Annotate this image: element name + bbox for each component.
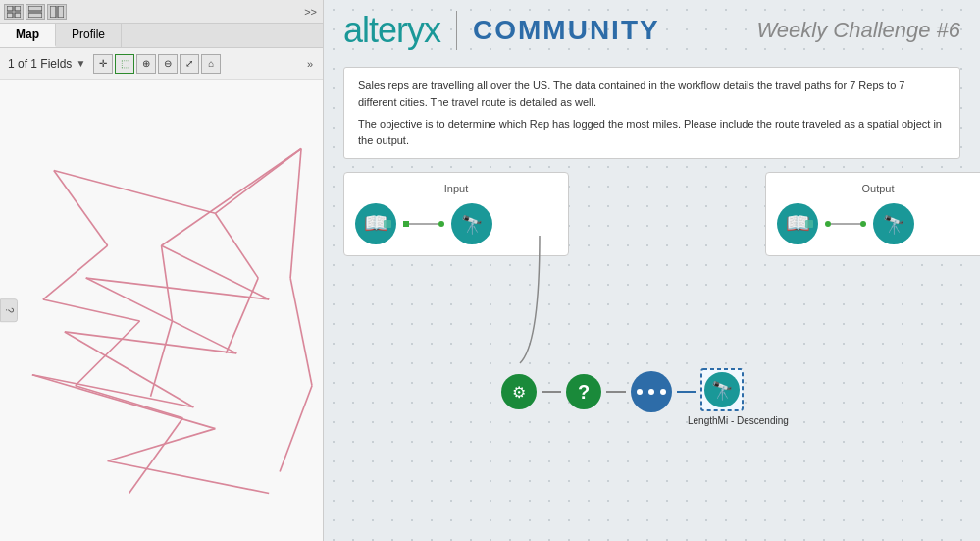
svg-rect-3 (15, 13, 21, 18)
output-box-label: Output (776, 183, 980, 194)
input-box-label: Input (354, 183, 558, 194)
svg-line-15 (65, 332, 194, 407)
svg-text:?: ? (578, 381, 590, 403)
svg-text:🔭: 🔭 (711, 380, 734, 402)
sort-label-text: LengthMi - Descending (688, 415, 789, 426)
zoom-out-btn[interactable]: ⊖ (158, 54, 178, 74)
browse-tool-icon[interactable]: 🔭 (450, 202, 493, 245)
map-canvas: ? (0, 80, 323, 541)
output-workflow-box: Output 📖 🔭 (765, 172, 980, 256)
svg-line-20 (54, 170, 108, 245)
formula-tool-icon[interactable]: ⚙ (500, 373, 538, 410)
right-panel: alteryx COMMUNITY Weekly Challenge #6 Sa… (324, 0, 980, 541)
output-book-icon[interactable]: 📖 (776, 202, 819, 245)
field-tools: ✛ ⬚ ⊕ ⊖ ⤢ ⌂ (93, 54, 221, 74)
svg-rect-6 (50, 6, 56, 18)
svg-rect-0 (7, 6, 13, 11)
alteryx-header: alteryx COMMUNITY Weekly Challenge #6 (343, 10, 960, 51)
alteryx-logo: alteryx (343, 10, 440, 51)
grid-icon-1[interactable] (4, 4, 24, 20)
move-tool-btn[interactable]: ✛ (93, 54, 113, 74)
dropdown-arrow-icon: ▼ (76, 58, 85, 69)
input-tool-icon[interactable]: 📖 (354, 202, 397, 245)
final-browse-container: 🔭 LengthMi - Descending (700, 368, 744, 415)
svg-line-21 (43, 245, 108, 299)
svg-point-49 (648, 389, 654, 395)
svg-rect-35 (384, 220, 391, 228)
svg-line-16 (32, 375, 194, 407)
expand-button[interactable]: >> (302, 6, 319, 18)
challenge-text: Weekly Challenge #6 (757, 18, 961, 43)
fields-bar: 1 of 1 Fields ▼ ✛ ⬚ ⊕ ⊖ ⤢ ⌂ » (0, 48, 323, 80)
left-side-collapse-btn[interactable]: ? (0, 298, 18, 322)
svg-line-22 (43, 299, 140, 321)
tab-map[interactable]: Map (0, 24, 56, 47)
fields-dropdown[interactable]: ▼ (76, 58, 85, 69)
bottom-tools-row: ⚙ ? (500, 368, 744, 415)
svg-rect-4 (28, 6, 42, 11)
description-line1: Sales reps are travelling all over the U… (358, 78, 946, 110)
svg-line-12 (86, 278, 269, 299)
input-dot-green2 (860, 221, 866, 227)
bottom-connector-3 (677, 391, 696, 393)
toolbar-icons (4, 4, 67, 20)
svg-line-27 (290, 278, 312, 386)
left-top-bar: >> (0, 0, 323, 24)
bottom-connector-2 (606, 391, 626, 393)
tab-profile[interactable]: Profile (56, 24, 122, 47)
logo-separator (456, 11, 457, 50)
svg-line-17 (32, 375, 215, 429)
svg-rect-2 (7, 13, 13, 18)
svg-line-32 (151, 321, 173, 397)
input-workflow-box: Input 📖 🔭 (343, 172, 569, 256)
svg-point-50 (660, 389, 666, 395)
svg-text:⚙: ⚙ (512, 384, 526, 401)
left-panel: >> Map Profile 1 of 1 Fields ▼ ✛ ⬚ ⊕ ⊖ ⤢… (0, 0, 324, 541)
final-browse-icon[interactable]: 🔭 (700, 368, 744, 411)
bottom-connector-1 (542, 391, 561, 393)
zoom-fit-btn[interactable]: ⤢ (180, 54, 199, 74)
connector-line-1 (409, 223, 438, 225)
connector-line-2 (831, 223, 860, 225)
community-text: COMMUNITY (473, 15, 660, 46)
svg-line-10 (162, 149, 302, 246)
input-dot-green (438, 221, 444, 227)
left-tabs: Map Profile (0, 24, 323, 48)
description-box: Sales reps are travelling all over the U… (343, 67, 960, 159)
fields-count-label: 1 of 1 Fields (8, 57, 72, 71)
svg-line-26 (290, 149, 301, 279)
ellipsis-tool-icon[interactable] (630, 370, 673, 413)
svg-rect-7 (58, 6, 64, 18)
svg-rect-40 (805, 220, 813, 228)
grid-icon-2[interactable] (26, 4, 45, 20)
connector-1 (403, 221, 444, 227)
svg-line-29 (215, 213, 258, 278)
description-line2: The objective is to determine which Rep … (358, 116, 946, 148)
svg-line-31 (162, 245, 173, 321)
svg-text:🔭: 🔭 (883, 214, 905, 236)
input-workflow-inner: 📖 🔭 (354, 202, 558, 245)
question-tool-icon[interactable]: ? (565, 373, 602, 410)
home-btn[interactable]: ⌂ (201, 54, 221, 74)
svg-line-14 (65, 332, 236, 353)
select-tool-btn[interactable]: ⬚ (115, 54, 134, 74)
output-browse-icon[interactable]: 🔭 (872, 202, 915, 245)
svg-line-28 (280, 386, 312, 472)
svg-line-23 (76, 321, 140, 386)
grid-icon-3[interactable] (47, 4, 67, 20)
svg-text:🔭: 🔭 (461, 214, 484, 236)
svg-line-8 (54, 170, 216, 213)
output-workflow-inner: 📖 🔭 (776, 202, 980, 245)
svg-line-13 (86, 278, 237, 353)
sort-label: LengthMi - Descending (688, 415, 756, 426)
svg-rect-5 (28, 13, 42, 18)
zoom-in-btn[interactable]: ⊕ (136, 54, 156, 74)
map-expand-btn[interactable]: » (305, 58, 315, 70)
svg-line-30 (226, 278, 258, 353)
svg-point-48 (637, 389, 643, 395)
svg-line-18 (108, 429, 216, 461)
svg-line-25 (129, 418, 183, 494)
connector-2 (825, 221, 866, 227)
svg-rect-1 (15, 6, 21, 11)
